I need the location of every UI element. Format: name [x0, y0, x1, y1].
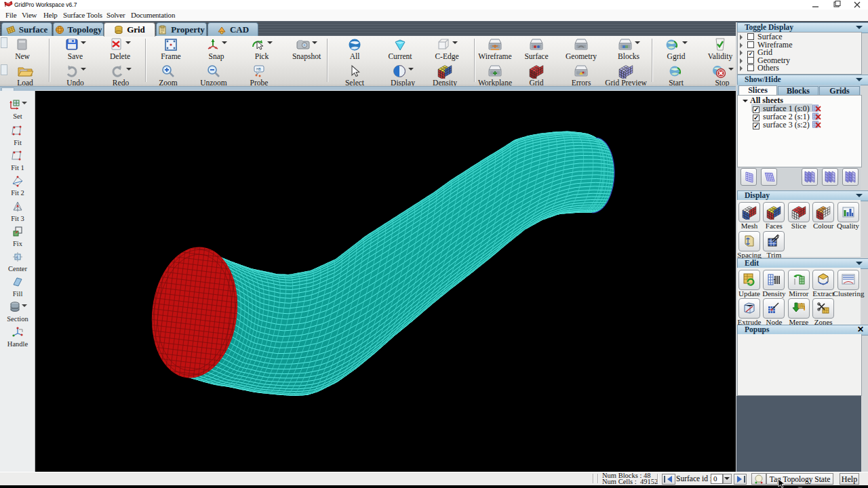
- svg-text:4: 4: [16, 255, 18, 260]
- svg-text:HB: HB: [256, 67, 262, 71]
